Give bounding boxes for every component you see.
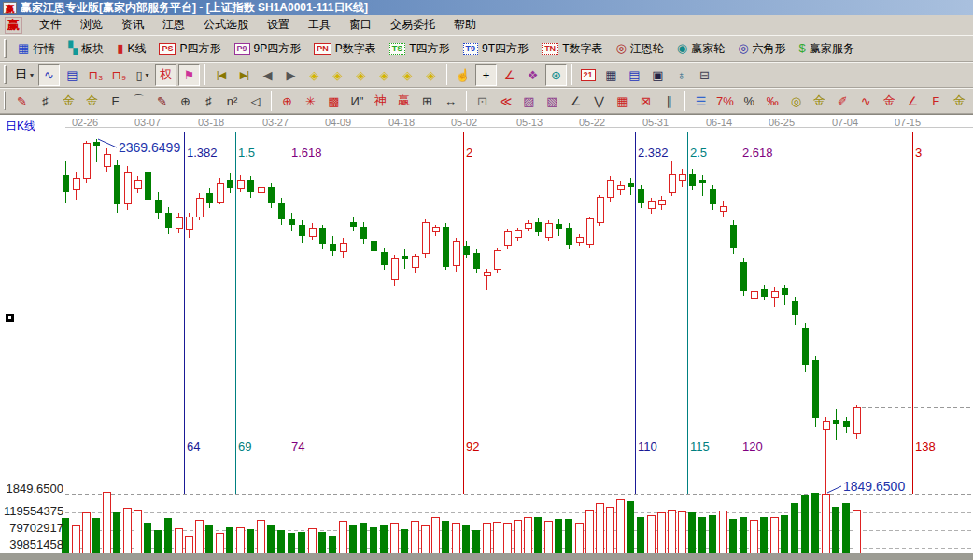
gann-shift-right-button[interactable]: ◈	[327, 64, 348, 86]
draw-pen-button[interactable]: ✎	[11, 91, 33, 112]
f-grid-button[interactable]: F	[105, 91, 126, 112]
menu-item[interactable]: 浏览	[71, 15, 112, 35]
hexagon-button[interactable]: ◎六角形	[732, 38, 791, 60]
menu-item[interactable]: 设置	[258, 15, 299, 35]
calculator-button[interactable]: ▦	[600, 64, 622, 86]
last-bar-button[interactable]: ▶|	[233, 64, 255, 86]
gann-circle-button[interactable]: ⊕	[276, 91, 298, 112]
volume-pane-button[interactable]: ⚑	[178, 64, 200, 86]
f-angle-button[interactable]: F	[925, 91, 947, 112]
red-grid-box-button[interactable]: ⊠	[635, 91, 656, 112]
shen-grid-button[interactable]: 神	[370, 91, 391, 112]
f10-info-button[interactable]: ▤	[62, 64, 83, 86]
wave-button[interactable]: ∿	[855, 91, 877, 112]
analysis-brain-button[interactable]: ⊛	[545, 64, 567, 86]
gold-lines-button[interactable]: 金	[809, 91, 830, 112]
gann-expand-button[interactable]: ◈	[350, 64, 372, 86]
save-button[interactable]: ▣	[647, 64, 669, 86]
angle-lines-button[interactable]: ∠	[565, 91, 586, 112]
menu-item[interactable]: 公式选股	[194, 15, 258, 35]
angle-fan-button[interactable]: ◁	[245, 91, 266, 112]
period-day-combo[interactable]: 日▾	[12, 64, 36, 86]
toolbar-grip[interactable]	[4, 91, 6, 110]
step9-chart-button[interactable]: ⊓₉	[108, 64, 130, 86]
chart-style-button[interactable]: ∿	[38, 64, 60, 86]
zigzag-wave-button[interactable]: И"	[346, 91, 368, 112]
hatch-box-button[interactable]: ▨	[518, 91, 540, 112]
memo-button[interactable]: ▤	[624, 64, 645, 86]
winner-wheel-button[interactable]: ◉赢家轮	[671, 38, 730, 60]
candle-style-combo[interactable]: ▯▾	[132, 64, 153, 86]
fan-rays-button[interactable]: ≪	[495, 91, 516, 112]
selection-handle[interactable]	[6, 314, 14, 322]
candlestick-chart[interactable]	[0, 115, 973, 560]
percent-button[interactable]: %	[739, 91, 760, 112]
gann-box-tool-button[interactable]: ❖	[522, 64, 543, 86]
sectors-button[interactable]: ▚板块	[63, 38, 109, 60]
gann-center-button[interactable]: ◈	[420, 64, 442, 86]
t-number-table-button[interactable]: TNT数字表	[536, 38, 608, 60]
step3-chart-button[interactable]: ⊓₃	[85, 64, 106, 86]
permille-button[interactable]: ‰	[762, 91, 783, 112]
time-circle-button[interactable]: ⊕	[175, 91, 196, 112]
arc-tool-button[interactable]: ⌒	[128, 91, 149, 112]
t-square-button[interactable]: TST四方形	[384, 38, 456, 60]
nine-p-square-button[interactable]: P99P四方形	[229, 38, 307, 60]
p-number-table-button[interactable]: PNP数字表	[308, 38, 382, 60]
gold-grid2-button[interactable]: 金	[81, 91, 103, 112]
menu-item[interactable]: 文件	[30, 15, 71, 35]
gann-fit-button[interactable]: ◈	[397, 64, 418, 86]
number-grid-button[interactable]: ⊞	[416, 91, 438, 112]
vee-lines-button[interactable]: ⋁	[588, 91, 610, 112]
pen-flag-button[interactable]: ✐	[832, 91, 853, 112]
j-angle-button[interactable]: ∠	[902, 91, 924, 112]
winner-service-button[interactable]: $赢家服务	[794, 38, 860, 60]
grid-lines-button[interactable]: ♯	[35, 91, 56, 112]
parallel-lines-button[interactable]: ∥	[658, 91, 680, 112]
percent7-button[interactable]: 7%	[713, 91, 737, 112]
steps-button[interactable]: ☰	[690, 91, 712, 112]
gann-wheel-button[interactable]: ◎江恩轮	[610, 38, 669, 60]
gold-red-button[interactable]: 金	[879, 91, 900, 112]
menu-item[interactable]: 资讯	[112, 15, 153, 35]
nine-t-square-button[interactable]: T99T四方形	[458, 38, 535, 60]
extend-tool-button[interactable]: ↔	[440, 91, 461, 112]
gann-compress-button[interactable]: ◈	[374, 64, 395, 86]
menu-item[interactable]: 江恩	[153, 15, 194, 35]
next-bar-button[interactable]: ▶	[280, 64, 302, 86]
kline-button[interactable]: ▮K线	[111, 38, 151, 60]
extend-tool-icon: ↔	[444, 94, 457, 108]
spider-web-button[interactable]: ▩	[323, 91, 345, 112]
print-button[interactable]: ⊟	[694, 64, 715, 86]
menu-item[interactable]: 窗口	[340, 15, 381, 35]
star-rays-button[interactable]: ✳	[300, 91, 321, 112]
gann-bar-label: 110	[638, 441, 657, 454]
hand-tool-button[interactable]: ☝	[452, 64, 473, 86]
first-bar-button[interactable]: |◀	[210, 64, 232, 86]
gold-grid-button[interactable]: 金	[58, 91, 79, 112]
prev-bar-button[interactable]: ◀	[257, 64, 278, 86]
quotes-button[interactable]: ▦行情	[12, 38, 61, 60]
bottom-scrollbar[interactable]	[0, 553, 973, 560]
p-square-button[interactable]: PSP四方形	[153, 38, 226, 60]
grid2-button[interactable]: ♯	[198, 91, 219, 112]
square-number-button[interactable]: n²	[221, 91, 243, 112]
box-frame-button[interactable]: ⊡	[472, 91, 493, 112]
menu-item[interactable]: 帮助	[444, 15, 486, 35]
gann-shift-left-button[interactable]: ◈	[303, 64, 325, 86]
fill-box-button[interactable]: ▧	[542, 91, 563, 112]
rights-adjust-button[interactable]: 权	[155, 64, 176, 86]
menu-item[interactable]: 交易委托	[381, 15, 444, 35]
ying-grid-button[interactable]: 赢	[393, 91, 415, 112]
menu-item[interactable]: 工具	[299, 15, 340, 35]
crosshair-tool-button[interactable]: +	[475, 64, 497, 86]
toolbar-grip[interactable]	[4, 39, 7, 58]
red-grid-button[interactable]: ▦	[612, 91, 633, 112]
calendar-button[interactable]: 21	[577, 64, 599, 86]
gold-circle-button[interactable]: ◎	[785, 91, 807, 112]
toolbar-grip[interactable]	[4, 65, 7, 84]
network-button[interactable]: ♁	[670, 64, 692, 86]
gold-angle-button[interactable]: 金	[949, 91, 970, 112]
angle-ruler-button[interactable]: ∠	[499, 64, 520, 86]
brush-tool-button[interactable]: ✎	[151, 91, 173, 112]
